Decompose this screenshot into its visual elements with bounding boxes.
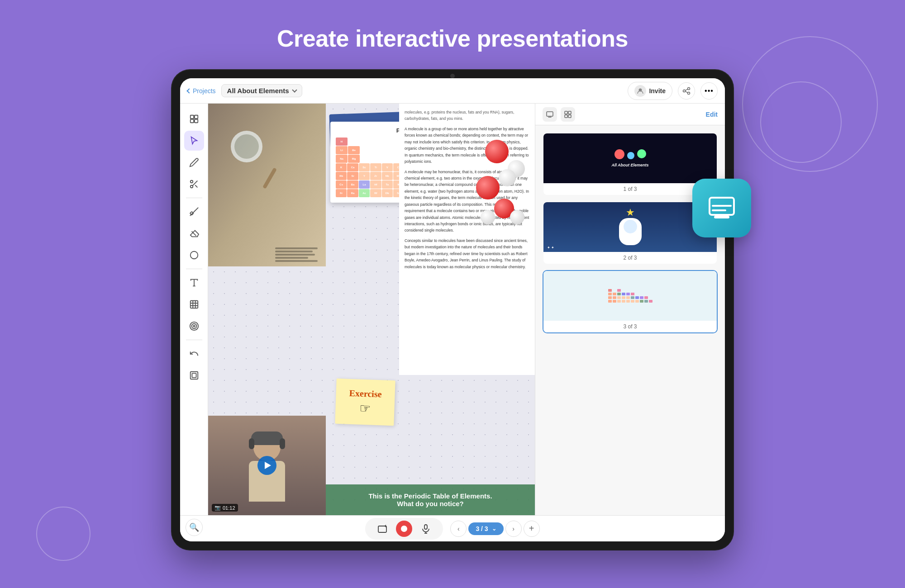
tool-pencil[interactable] (184, 152, 204, 172)
more-options-button[interactable]: ••• (700, 82, 718, 100)
thumbnail-1[interactable]: All About Elements 1 of 3 (543, 133, 718, 196)
exercise-note: Exercise ☞ (335, 379, 395, 426)
svg-rect-26 (568, 115, 571, 118)
panel-icon-slides[interactable] (543, 107, 557, 122)
svg-rect-8 (190, 119, 193, 123)
thumbnail-1-label: 1 of 3 (543, 183, 717, 195)
top-bar: Projects All About Elements Invite (180, 78, 725, 104)
tablet-screen: Projects All About Elements Invite (180, 78, 725, 541)
photo-left (208, 104, 326, 266)
tablet-device: Projects All About Elements Invite (172, 70, 733, 550)
tool-scissors[interactable] (184, 174, 204, 194)
svg-rect-16 (190, 301, 198, 308)
svg-point-3 (688, 92, 690, 94)
thumbnail-3[interactable]: 3 of 3 (543, 270, 718, 333)
panel-icon-grid[interactable] (561, 107, 575, 122)
video-duration: 📷 01:12 (212, 504, 238, 512)
invite-button[interactable]: Invite (628, 82, 672, 100)
slides-panel-header: Edit (535, 104, 725, 125)
canvas-content: Let's watch the video below to learn mor… (208, 104, 535, 515)
bottom-text-line1: This is the Periodic Table of Elements. (368, 492, 492, 500)
svg-line-4 (685, 89, 687, 90)
tool-undo[interactable] (184, 344, 204, 364)
svg-rect-22 (547, 112, 553, 116)
more-dots-icon: ••• (705, 87, 714, 95)
tool-select[interactable] (184, 131, 204, 151)
svg-point-10 (190, 180, 193, 183)
svg-rect-7 (194, 115, 197, 119)
svg-rect-20 (190, 372, 198, 379)
thumb-1-title: All About Elements (611, 163, 648, 167)
camera-button[interactable] (374, 521, 391, 537)
play-icon (265, 462, 271, 469)
page-title: Create interactive presentations (0, 0, 905, 52)
video-thumbnail[interactable]: 📷 01:12 (208, 416, 326, 515)
project-name-dropdown[interactable]: All About Elements (221, 84, 302, 97)
thumbnail-2-label: 2 of 3 (543, 252, 717, 264)
main-content: Let's watch the video below to learn mor… (180, 104, 725, 515)
back-button[interactable]: Projects (187, 87, 216, 95)
app-icon-overlay (692, 179, 751, 237)
tool-ruler[interactable] (184, 202, 204, 222)
slides-panel: Edit (535, 104, 725, 515)
svg-rect-6 (190, 115, 193, 119)
nav-next-button[interactable]: › (505, 521, 522, 537)
photo-overlay (208, 104, 326, 266)
toolbar-divider-2 (186, 269, 202, 269)
nav-prev-button[interactable]: ‹ (450, 521, 467, 537)
tool-layers[interactable] (184, 365, 204, 385)
tool-target[interactable] (184, 316, 204, 336)
tablet-camera (450, 74, 455, 78)
svg-rect-27 (378, 526, 386, 532)
tool-shape-circle[interactable] (184, 245, 204, 265)
tool-add[interactable] (184, 109, 204, 129)
bg-circle-medium (760, 81, 842, 163)
svg-point-19 (193, 325, 195, 327)
play-button[interactable] (257, 456, 276, 475)
nav-add-button[interactable]: + (524, 521, 540, 537)
nav-group: ‹ 3 / 3 ⌄ › + (450, 521, 539, 537)
exercise-hand-icon: ☞ (359, 401, 371, 416)
record-button[interactable] (396, 521, 412, 537)
svg-rect-9 (194, 119, 197, 123)
edit-button[interactable]: Edit (706, 111, 718, 118)
exercise-text: Exercise (349, 388, 382, 399)
share-button[interactable] (678, 82, 695, 100)
svg-line-5 (685, 91, 687, 92)
svg-point-15 (190, 251, 198, 259)
molecules-visual (472, 140, 535, 230)
project-name-label: All About Elements (227, 87, 289, 95)
bottom-text-line2: What do you notice? (397, 500, 464, 507)
svg-line-13 (195, 185, 197, 187)
tool-text[interactable] (184, 273, 204, 293)
tool-frame[interactable] (184, 294, 204, 314)
invite-label: Invite (649, 87, 666, 95)
nav-indicator[interactable]: 3 / 3 ⌄ (468, 522, 503, 535)
svg-rect-14 (190, 212, 193, 215)
bottom-toolbar: ‹ 3 / 3 ⌄ › + 🔍 (180, 515, 725, 541)
nav-current: 3 / 3 (476, 525, 488, 532)
canvas-area: Let's watch the video below to learn mor… (208, 104, 535, 515)
mic-button[interactable] (418, 521, 434, 537)
camera-icon: 📷 (214, 505, 221, 511)
thumbnail-3-label: 3 of 3 (543, 321, 717, 332)
svg-rect-25 (565, 115, 567, 118)
tool-eraser[interactable] (184, 223, 204, 243)
back-arrow-icon (186, 88, 191, 93)
thumbnail-1-image: All About Elements (543, 133, 717, 183)
toolbar-divider-1 (186, 198, 202, 198)
left-toolbar (180, 104, 208, 515)
svg-rect-24 (568, 111, 571, 114)
svg-rect-21 (192, 373, 196, 377)
svg-point-1 (688, 87, 690, 90)
record-button-group (365, 518, 443, 540)
svg-rect-29 (424, 525, 427, 529)
tablet-frame: Projects All About Elements Invite (172, 70, 733, 550)
thumbnail-2[interactable]: ★ ✦ ✦ ✦ ✦ ✦ 2 of 3 (543, 201, 718, 265)
back-label: Projects (193, 87, 216, 95)
svg-rect-23 (565, 111, 567, 114)
svg-marker-28 (384, 525, 386, 527)
search-button[interactable]: 🔍 (186, 519, 203, 536)
bg-circle-small (36, 507, 90, 561)
panel-icons (543, 107, 706, 122)
